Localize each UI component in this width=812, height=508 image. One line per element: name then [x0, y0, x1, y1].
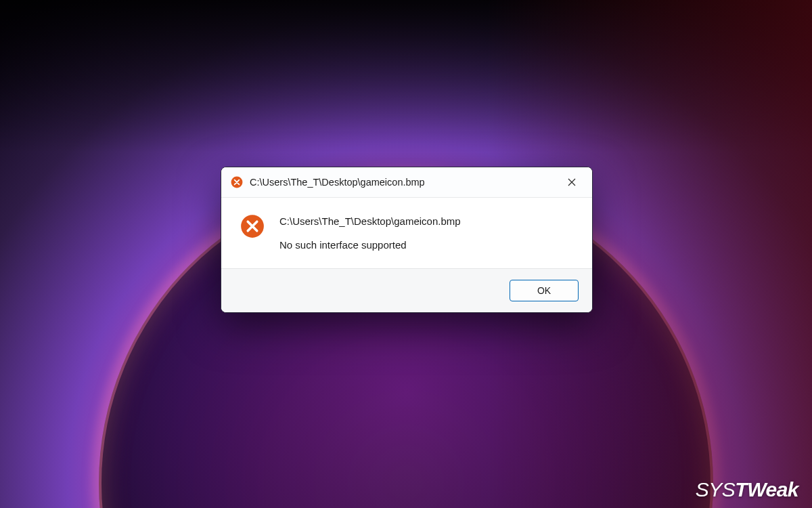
dialog-footer: OK [221, 268, 592, 312]
dialog-body: C:\Users\The_T\Desktop\gameicon.bmp No s… [221, 198, 592, 268]
titlebar: C:\Users\The_T\Desktop\gameicon.bmp [221, 167, 592, 198]
error-icon [231, 176, 243, 188]
close-button[interactable] [557, 171, 587, 194]
ok-button-label: OK [537, 285, 551, 296]
error-message: No such interface supported [279, 239, 573, 251]
ok-button[interactable]: OK [510, 280, 579, 301]
close-icon [568, 178, 576, 186]
message-column: C:\Users\The_T\Desktop\gameicon.bmp No s… [279, 214, 573, 251]
watermark-logo: SYSTWeak [696, 478, 798, 501]
watermark-suffix: TWeak [735, 478, 798, 501]
dialog-title: C:\Users\The_T\Desktop\gameicon.bmp [250, 177, 557, 188]
error-dialog: C:\Users\The_T\Desktop\gameicon.bmp C:\U… [221, 167, 593, 313]
watermark-prefix: SYS [696, 478, 736, 501]
error-path: C:\Users\The_T\Desktop\gameicon.bmp [279, 215, 573, 227]
error-icon [240, 214, 265, 238]
